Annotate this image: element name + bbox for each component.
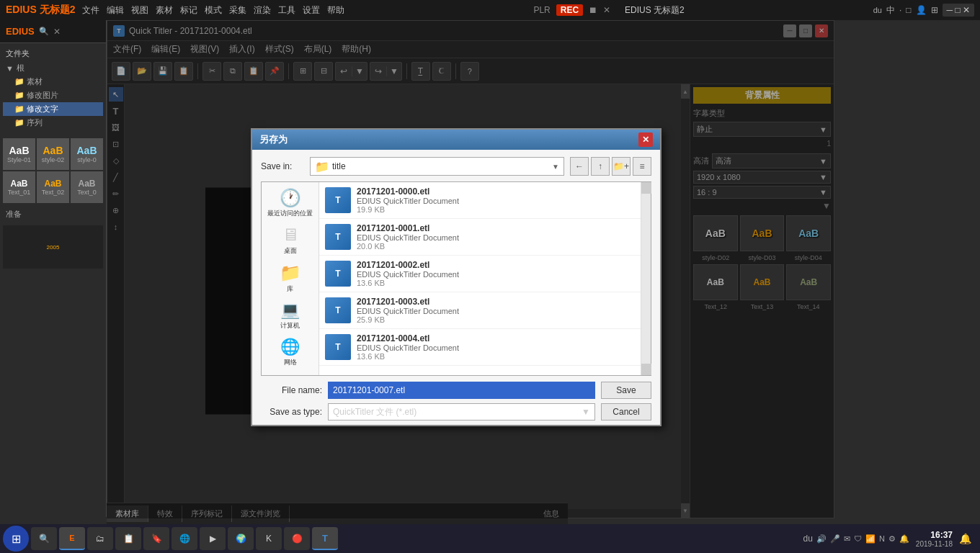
tray-icon-msg[interactable]: ✉ (844, 534, 850, 544)
tray-icon-extra1[interactable]: ⚙ (888, 534, 896, 544)
icon-chinese[interactable]: 中 (886, 4, 895, 17)
save-in-combo[interactable]: 📁 title ▼ (310, 157, 564, 176)
dialog-close-btn[interactable]: ✕ (638, 132, 653, 147)
style-item-01[interactable]: AaB Style-01 (3, 138, 35, 170)
tray-icon-mic[interactable]: 🎤 (830, 534, 840, 544)
taskbar-btn-4[interactable]: 🔖 (143, 527, 169, 550)
taskbar-btn-2[interactable]: 🗂 (87, 527, 113, 550)
icon-grid[interactable]: ⊞ (931, 5, 938, 15)
scroll-thumb-up[interactable]: ▲ (641, 182, 651, 194)
search-icon[interactable]: 🔍 (39, 27, 49, 36)
edit-text-item[interactable]: 📁 修改文字 (3, 102, 103, 116)
tray-icon-sound[interactable]: 🔊 (816, 534, 827, 544)
root-item[interactable]: ▼ 根 (3, 61, 103, 75)
taskbar-btn-9[interactable]: 🔴 (284, 527, 310, 550)
style-item-t2[interactable]: AaB Text_02 (37, 171, 69, 203)
text-label-02: Text_02 (42, 189, 65, 196)
tray-notifications[interactable]: 🔔 (959, 533, 971, 544)
file-name-0: 20171201-0000.etl (357, 186, 635, 197)
file-item-4[interactable]: T 20171201-0004.etl EDIUS QuickTitler Do… (319, 329, 641, 366)
file-tree: 文件夹 ▼ 根 📁 素材 📁 修改图片 📁 修改文字 📁 序列 (0, 43, 106, 132)
file-item-2[interactable]: T 20171201-0002.etl EDIUS QuickTitler Do… (319, 256, 641, 292)
sidebar-desktop[interactable]: 🖥 桌面 (263, 222, 318, 258)
file-icon-4: T (325, 334, 351, 360)
cancel-button[interactable]: Cancel (601, 403, 651, 421)
menu-capture[interactable]: 采集 (229, 4, 246, 17)
taskbar-qt-btn[interactable]: T (312, 527, 338, 550)
taskbar-btn-7[interactable]: 🌍 (228, 527, 254, 550)
menu-material[interactable]: 素材 (156, 4, 173, 17)
file-name-2: 20171201-0002.etl (357, 260, 635, 270)
tray-icon-antivirus[interactable]: 🛡 (854, 534, 862, 543)
menu-mark[interactable]: 标记 (180, 4, 197, 17)
edit-images-item[interactable]: 📁 修改图片 (3, 89, 103, 102)
sidebar-network[interactable]: 🌐 网络 (263, 335, 318, 370)
menu-render[interactable]: 渲染 (254, 4, 271, 17)
menu-help[interactable]: 帮助 (327, 4, 344, 17)
style-item-t1[interactable]: AaB Text_01 (3, 171, 35, 203)
file-size-2: 13.6 KB (357, 279, 635, 287)
filename-label: File name: (261, 385, 322, 395)
window-controls[interactable]: ─ □ ✕ (943, 4, 974, 17)
style-item-03[interactable]: AaB style-0 (71, 138, 103, 170)
tray-icon-extra2[interactable]: 🔔 (899, 534, 909, 544)
menu-tools[interactable]: 工具 (278, 4, 295, 17)
stop-icon[interactable]: ⏹ (589, 5, 597, 15)
top-right-icons: du 中 · □ 👤 ⊞ ─ □ ✕ (873, 4, 974, 17)
taskbar-btn-5[interactable]: 🌐 (172, 527, 197, 550)
sidebar-recent[interactable]: 🕐 最近访问的位置 (263, 185, 318, 220)
sidebar-library[interactable]: 📁 库 (263, 260, 318, 297)
dialog-back-btn[interactable]: ← (570, 157, 589, 176)
icon-dot[interactable]: · (899, 5, 901, 15)
taskbar-btn-1[interactable]: 🔍 (31, 527, 57, 550)
dialog-newfolder-btn[interactable]: 📁+ (612, 157, 631, 176)
icon-person[interactable]: 👤 (916, 5, 927, 15)
sequence-item[interactable]: 📁 序列 (3, 116, 103, 130)
root-label: 根 (17, 63, 24, 73)
menu-view[interactable]: 视图 (131, 4, 148, 17)
folder-icon3: 📁 (14, 104, 24, 113)
materials-item[interactable]: 📁 素材 (3, 75, 103, 89)
dialog-file-list: T 20171201-0000.etl EDIUS QuickTitler Do… (319, 182, 641, 375)
style-item-02[interactable]: AaB style-02 (37, 138, 69, 170)
taskbar-btn-6[interactable]: ▶ (200, 527, 226, 550)
taskbar-btn-8[interactable]: K (256, 527, 282, 550)
start-button[interactable]: ⊞ (3, 526, 29, 552)
thumb-2005[interactable]: 2005 (3, 225, 103, 269)
tray-icon-net[interactable]: 📶 (865, 534, 876, 544)
icon-baidu[interactable]: du (873, 6, 882, 14)
sidebar-computer[interactable]: 💻 计算机 (263, 298, 318, 333)
file-name-4: 20171201-0004.etl (357, 333, 635, 343)
edius-menubar: EDIUS 无标题2 文件 编辑 视图 素材 标记 模式 采集 渲染 工具 设置… (0, 0, 980, 20)
menu-file[interactable]: 文件 (82, 4, 99, 17)
tray-icon-nvidia[interactable]: N (879, 534, 885, 543)
file-item-1[interactable]: T 20171201-0001.etl EDIUS QuickTitler Do… (319, 219, 641, 256)
file-item-3[interactable]: T 20171201-0003.etl EDIUS QuickTitler Do… (319, 292, 641, 329)
save-button[interactable]: Save (601, 382, 651, 399)
system-tray: du 🔊 🎤 ✉ 🛡 📶 N ⚙ 🔔 16:37 2019-11-18 🔔 (798, 530, 977, 548)
dialog-titlebar: 另存为 ✕ (252, 130, 660, 150)
dialog-up-btn[interactable]: ↑ (591, 157, 610, 176)
style-item-t3[interactable]: AaB Text_0 (71, 171, 103, 203)
menu-settings[interactable]: 设置 (303, 4, 320, 17)
file-item-0[interactable]: T 20171201-0000.etl EDIUS QuickTitler Do… (319, 182, 641, 219)
taskbar-edius-btn[interactable]: E (59, 527, 85, 550)
file-info-4: 20171201-0004.etl EDIUS QuickTitler Docu… (357, 333, 635, 361)
file-list-scrollbar[interactable]: ▲ ▼ (641, 182, 651, 375)
savetype-combo[interactable]: QuickTitler 文件 (*.etl) ▼ (328, 403, 595, 421)
tray-icon-baidu[interactable]: du (803, 534, 813, 544)
dialog-view-btn[interactable]: ≡ (633, 157, 651, 176)
taskbar-btn-3[interactable]: 📋 (115, 527, 141, 550)
icon-square[interactable]: □ (906, 5, 911, 15)
left-panel: EDIUS 🔍 ✕ 文件夹 ▼ 根 📁 素材 📁 修改图片 📁 修改文字 📁 序… (0, 20, 107, 517)
menu-mode[interactable]: 模式 (205, 4, 222, 17)
scroll-thumb-down[interactable]: ▼ (641, 364, 651, 375)
text-label-03: Text_0 (77, 189, 97, 196)
close-icon[interactable]: ✕ (603, 5, 610, 15)
file-icon-2: T (325, 261, 351, 287)
filename-input[interactable] (328, 382, 595, 399)
save-in-row: Save in: 📁 title ▼ ← ↑ 📁+ ≡ (261, 157, 651, 176)
menu-edit[interactable]: 编辑 (107, 4, 124, 17)
close-panel-icon[interactable]: ✕ (53, 27, 61, 37)
taskbar-edius-icon: E (69, 534, 74, 542)
